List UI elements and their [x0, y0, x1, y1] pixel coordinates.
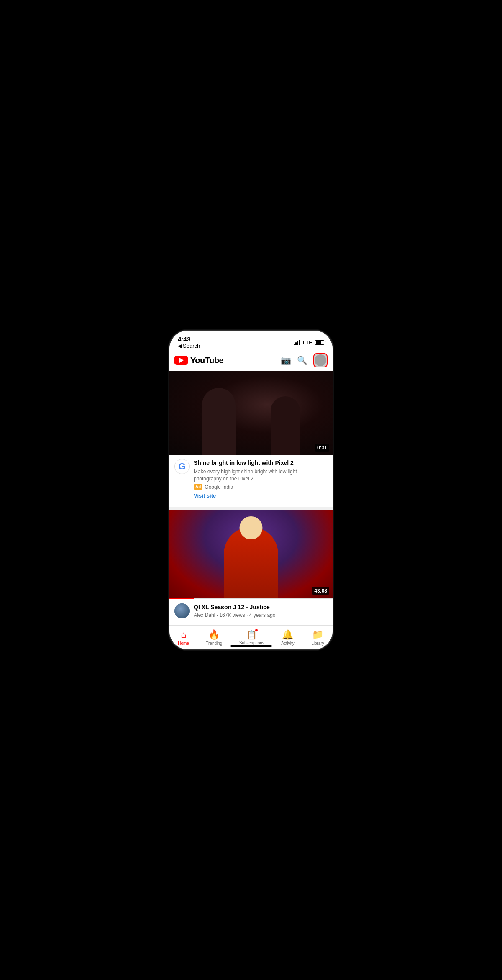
- status-bar: 4:43 ◀ Search LTE: [169, 331, 333, 351]
- subscriptions-icon-wrap: 📋: [246, 630, 257, 640]
- phone-frame: 4:43 ◀ Search LTE YouTube: [169, 331, 333, 649]
- video-card-qi: 43:08 QI XL Season J 12 - Justice Alex D…: [169, 510, 333, 623]
- nav-item-activity[interactable]: 🔔 Activity: [278, 628, 298, 647]
- separator-1: [169, 507, 333, 510]
- person-silhouette-2: [271, 396, 300, 455]
- nav-item-subscriptions[interactable]: 📋 Subscriptions: [236, 628, 268, 647]
- video-meta-ad: Shine bright in low light with Pixel 2 M…: [194, 459, 314, 499]
- search-icon[interactable]: 🔍: [297, 355, 307, 365]
- back-arrow-icon: ◀: [178, 343, 182, 349]
- status-left: 4:43 ◀ Search: [178, 336, 200, 349]
- battery-icon: [315, 340, 324, 345]
- play-triangle: [179, 358, 184, 363]
- avatar: [315, 354, 326, 366]
- signal-bar-1: [294, 344, 295, 345]
- signal-bar-3: [297, 341, 298, 345]
- video-progress-bar: [169, 598, 333, 599]
- channel-name: Alex Dahl: [194, 612, 215, 618]
- video-meta-qi: QI XL Season J 12 - Justice Alex Dahl · …: [194, 603, 314, 618]
- view-count: 167K views: [219, 612, 245, 618]
- notification-dot: [255, 629, 258, 632]
- camera-icon[interactable]: 📷: [281, 355, 291, 365]
- video-info-ad: G Shine bright in low light with Pixel 2…: [169, 455, 333, 503]
- status-right: LTE: [294, 339, 324, 346]
- library-icon: 📁: [312, 629, 323, 640]
- video-card-ad: 0:31 G Shine bright in low light with Pi…: [169, 371, 333, 503]
- user-avatar-button[interactable]: [313, 353, 328, 367]
- advertiser-name: Google India: [205, 484, 233, 490]
- nav-item-library[interactable]: 📁 Library: [308, 628, 328, 647]
- activity-icon: 🔔: [282, 629, 293, 640]
- library-label: Library: [311, 641, 324, 646]
- signal-bar-4: [299, 340, 300, 345]
- video-title-ad: Shine bright in low light with Pixel 2: [194, 459, 314, 467]
- channel-avatar-image: [174, 603, 190, 618]
- video-description-ad: Make every highlight shine bright with l…: [194, 468, 314, 482]
- video-info-qi: QI XL Season J 12 - Justice Alex Dahl · …: [169, 599, 333, 623]
- content-area[interactable]: 0:31 G Shine bright in low light with Pi…: [169, 371, 333, 623]
- home-indicator: [230, 645, 272, 647]
- youtube-logo-icon: [174, 356, 188, 365]
- signal-bars: [294, 340, 300, 345]
- ad-badge: Ad: [194, 484, 202, 490]
- channel-avatar-qi[interactable]: [174, 603, 190, 618]
- visit-site-link[interactable]: Visit site: [194, 493, 216, 499]
- status-time: 4:43: [178, 336, 200, 343]
- duration-badge-ad: 0:31: [315, 444, 329, 452]
- home-icon: ⌂: [181, 629, 186, 640]
- thumbnail-image-qi: 43:08: [169, 510, 333, 598]
- battery-fill: [316, 341, 321, 344]
- more-options-icon-qi[interactable]: ⋮: [318, 603, 328, 614]
- video-title-qi: QI XL Season J 12 - Justice: [194, 603, 314, 611]
- logo-area: YouTube: [174, 356, 223, 365]
- more-options-icon-ad[interactable]: ⋮: [318, 459, 328, 470]
- thumbnail-image-ad: 0:31: [169, 371, 333, 455]
- status-back: ◀ Search: [178, 343, 200, 349]
- signal-bar-2: [295, 342, 297, 345]
- video-age: 4 years ago: [249, 612, 276, 618]
- video-thumbnail-ad[interactable]: 0:31: [169, 371, 333, 455]
- lte-badge: LTE: [302, 339, 312, 346]
- ad-thumb-bg: [169, 371, 333, 455]
- header-actions: 📷 🔍: [281, 353, 328, 367]
- channel-logo-google[interactable]: G: [174, 459, 190, 474]
- person-head: [240, 516, 263, 539]
- person-silhouette-1: [202, 388, 236, 455]
- trending-icon: 🔥: [208, 629, 220, 640]
- nav-item-home[interactable]: ⌂ Home: [174, 628, 192, 647]
- ad-badge-row: Ad Google India: [194, 484, 314, 490]
- duration-badge-qi: 43:08: [312, 587, 329, 595]
- home-label: Home: [178, 641, 189, 646]
- progress-fill: [169, 598, 194, 599]
- separator-dot-2: ·: [246, 612, 249, 618]
- activity-label: Activity: [281, 641, 295, 646]
- youtube-logo-text: YouTube: [190, 356, 223, 365]
- video-sub-meta-qi: Alex Dahl · 167K views · 4 years ago: [194, 612, 314, 618]
- subscriptions-label: Subscriptions: [239, 641, 264, 645]
- trending-label: Trending: [206, 641, 222, 646]
- header: YouTube 📷 🔍: [169, 351, 333, 371]
- nav-item-trending[interactable]: 🔥 Trending: [202, 628, 225, 647]
- video-thumbnail-qi[interactable]: 43:08: [169, 510, 333, 599]
